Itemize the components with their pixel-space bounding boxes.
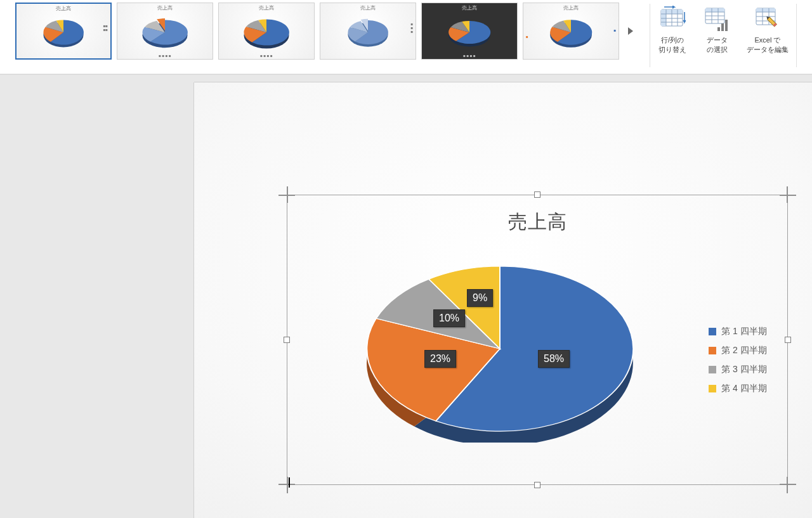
thumb-title: 売上高 (523, 4, 619, 11)
legend-swatch (709, 328, 716, 335)
label-line2: 切り替え (658, 46, 686, 53)
ribbon: 売上高 ■■■■ 売上高 (0, 0, 812, 75)
pie-icon (236, 15, 297, 49)
pie-icon (39, 17, 88, 48)
switch-row-column-button[interactable]: 行/列の切り替え (650, 3, 695, 71)
pie-icon (343, 17, 393, 48)
thumb-legend: ■■■■ (103, 24, 108, 32)
data-label-q2[interactable]: 23% (424, 350, 456, 368)
chart-style-thumb-2[interactable]: 売上高 ■ ■ ■ ■ (117, 3, 213, 60)
edit-data-excel-button[interactable]: Excel でデータを編集 (739, 3, 796, 71)
chart-style-thumb-5[interactable]: 売上高 ■ ■ ■ ■ (421, 3, 518, 60)
chart-style-thumb-6[interactable]: 売上高 ■ ■ (523, 3, 619, 60)
legend-label: 第 4 四半期 (721, 383, 767, 394)
pie-top (363, 254, 636, 444)
corner-mark (287, 186, 288, 203)
corner-mark (780, 195, 796, 196)
corner-mark (780, 484, 796, 485)
chart-title[interactable]: 売上高 (287, 209, 787, 235)
gallery-more-button[interactable] (624, 3, 637, 60)
pie-icon (546, 16, 596, 48)
thumb-title: 売上高 (219, 4, 314, 11)
label-line2: の選択 (707, 46, 728, 53)
pie-icon (134, 15, 195, 49)
thumb-legend: ■ ■ ■ ■ (426, 54, 513, 58)
thumb-legend: ■ ■ ■ ■ (121, 54, 209, 58)
resize-handle-w[interactable] (284, 337, 290, 343)
switch-row-column-icon (659, 5, 686, 32)
label-line2: データを編集 (747, 46, 789, 53)
thumb-legend: ■ (613, 29, 616, 32)
chart-legend[interactable]: 第 1 四半期 第 2 四半期 第 3 四半期 第 4 四半期 (709, 322, 778, 398)
edit-data-excel-icon (754, 5, 781, 32)
legend-swatch (709, 385, 716, 392)
resize-handle-n[interactable] (534, 191, 540, 198)
legend-item-q3[interactable]: 第 3 四半期 (709, 360, 778, 379)
svg-rect-16 (705, 8, 724, 12)
legend-swatch (709, 366, 716, 373)
svg-rect-22 (717, 27, 720, 31)
legend-label: 第 1 四半期 (721, 326, 767, 337)
label-line1: 行/列の (661, 36, 684, 44)
svg-rect-8 (661, 10, 666, 26)
legend-item-q1[interactable]: 第 1 四半期 (709, 322, 778, 341)
text-caret (289, 477, 290, 488)
thumb-title: 売上高 (422, 4, 517, 11)
resize-handle-s[interactable] (534, 482, 540, 488)
data-label-q4[interactable]: 9% (467, 289, 493, 307)
pie-chart[interactable]: 58% 23% 10% 9% (363, 254, 636, 469)
corner-mark (787, 186, 788, 203)
thumb-title: 売上高 (16, 5, 110, 12)
resize-handle-e[interactable] (785, 337, 791, 343)
thumb-title: 売上高 (320, 4, 416, 11)
corner-mark (787, 477, 788, 493)
svg-rect-23 (721, 23, 724, 31)
legend-label: 第 2 四半期 (721, 345, 767, 356)
chart-style-gallery: 売上高 ■■■■ 売上高 (15, 3, 637, 62)
thumb-legend: ■ ■ ■ ■ (223, 54, 310, 58)
thumb-legend: ■ (526, 35, 528, 39)
thumb-legend: ■■■ (410, 22, 413, 34)
data-label-q3[interactable]: 10% (433, 309, 465, 327)
legend-swatch (709, 347, 716, 354)
separator (796, 4, 797, 67)
chart-object[interactable]: 売上高 (287, 195, 788, 485)
select-data-button[interactable]: データの選択 (695, 3, 739, 71)
legend-item-q2[interactable]: 第 2 四半期 (709, 341, 778, 360)
chart-style-thumb-1[interactable]: 売上高 ■■■■ (15, 3, 112, 60)
chart-style-thumb-3[interactable]: 売上高 ■ ■ ■ ■ (218, 3, 315, 60)
label-line1: Excel で (755, 36, 781, 44)
legend-item-q4[interactable]: 第 4 四半期 (709, 379, 778, 398)
legend-label: 第 3 四半期 (721, 364, 767, 375)
corner-mark (287, 477, 288, 493)
thumb-title: 売上高 (117, 4, 213, 11)
ribbon-data-group: 行/列の切り替え データの選 (650, 3, 797, 71)
data-label-q1[interactable]: 58% (538, 350, 570, 368)
svg-rect-26 (756, 8, 775, 12)
chevron-right-icon (627, 27, 634, 36)
svg-rect-24 (725, 20, 728, 31)
label-line1: データ (707, 36, 728, 44)
pie-icon (439, 16, 500, 48)
chart-style-thumb-4[interactable]: 売上高 ■■■ (320, 3, 416, 60)
chart-area[interactable]: 売上高 (287, 195, 787, 484)
select-data-icon (704, 5, 730, 32)
